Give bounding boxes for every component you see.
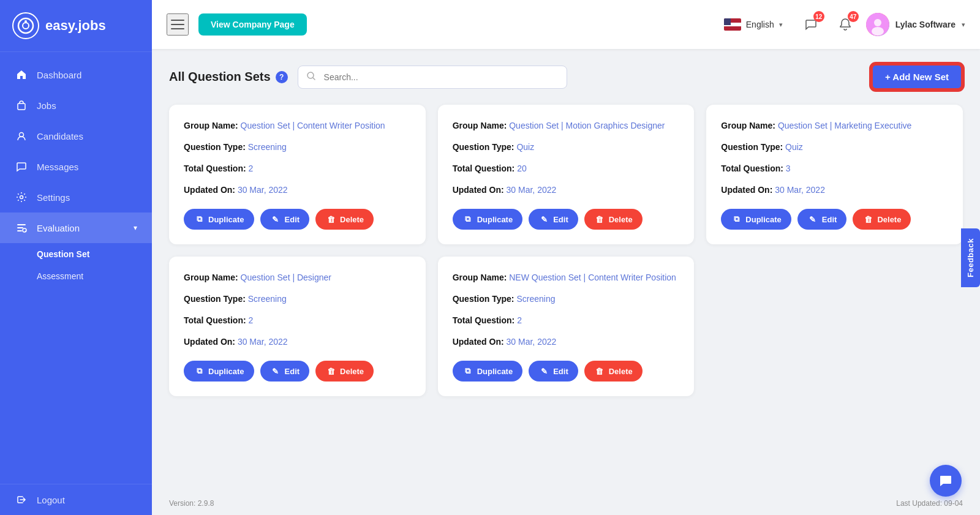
sidebar-item-dashboard[interactable]: Dashboard xyxy=(0,59,152,90)
card-4-total-question: Total Question: 2 xyxy=(184,314,411,327)
edit-icon: ✎ xyxy=(270,214,281,225)
duplicate-icon: ⧉ xyxy=(462,214,473,225)
header: View Company Page English ▾ 12 47 Lylac … xyxy=(152,0,980,49)
sidebar-item-jobs[interactable]: Jobs xyxy=(0,90,152,121)
user-profile[interactable]: Lylac Software ▾ xyxy=(866,13,965,36)
jobs-icon xyxy=(15,99,28,112)
card-2-actions: ⧉ Duplicate ✎ Edit 🗑 Delete xyxy=(453,209,680,230)
card-4-duplicate-button[interactable]: ⧉ Duplicate xyxy=(184,361,254,382)
sidebar-label-settings: Settings xyxy=(37,192,70,203)
card-1-delete-button[interactable]: 🗑 Delete xyxy=(315,209,374,230)
help-icon[interactable]: ? xyxy=(276,71,288,83)
evaluation-chevron-icon: ▾ xyxy=(134,224,137,232)
question-card-1: Group Name: Question Set | Content Write… xyxy=(169,105,426,244)
card-4-question-type: Question Type: Screening xyxy=(184,293,411,306)
sidebar-label-jobs: Jobs xyxy=(37,100,56,111)
svg-point-1 xyxy=(23,23,29,29)
header-icons: 12 47 xyxy=(800,13,856,36)
search-input[interactable] xyxy=(298,66,567,89)
page-title: All Question Sets xyxy=(169,70,271,84)
card-5-total-question: Total Question: 2 xyxy=(453,314,680,327)
card-4-delete-button[interactable]: 🗑 Delete xyxy=(315,361,374,382)
card-4-updated-on: Updated On: 30 Mar, 2022 xyxy=(184,336,411,348)
delete-icon: 🗑 xyxy=(862,214,873,225)
card-5-edit-button[interactable]: ✎ Edit xyxy=(529,361,578,382)
delete-icon: 🗑 xyxy=(594,214,605,225)
chat-icon-button[interactable]: 12 xyxy=(800,13,822,36)
logout-item[interactable]: Logout xyxy=(0,484,152,515)
sidebar-nav: Dashboard Jobs Candidates Messages Setti… xyxy=(0,52,152,484)
sidebar-item-messages[interactable]: Messages xyxy=(0,151,152,182)
chat-badge: 12 xyxy=(813,11,824,22)
edit-icon: ✎ xyxy=(270,366,281,377)
card-3-question-type: Question Type: Quiz xyxy=(721,141,948,154)
user-chevron-icon: ▾ xyxy=(962,21,965,29)
card-3-duplicate-button[interactable]: ⧉ Duplicate xyxy=(721,209,791,230)
settings-icon xyxy=(15,190,28,204)
card-5-actions: ⧉ Duplicate ✎ Edit 🗑 Delete xyxy=(453,361,680,382)
edit-icon: ✎ xyxy=(807,214,818,225)
card-2-updated-on: Updated On: 30 Mar, 2022 xyxy=(453,184,680,197)
svg-point-2 xyxy=(24,20,27,23)
chat-bubble-button[interactable] xyxy=(930,465,962,497)
add-new-set-button[interactable]: + Add New Set xyxy=(871,64,963,90)
home-icon xyxy=(15,68,28,81)
version-text: Version: 2.9.8 xyxy=(169,499,214,508)
notification-icon-button[interactable]: 47 xyxy=(834,13,856,36)
evaluation-label: Evaluation xyxy=(37,223,80,233)
card-2-group-name: Group Name: Question Set | Motion Graphi… xyxy=(453,119,680,132)
avatar xyxy=(866,13,889,36)
delete-icon: 🗑 xyxy=(594,366,605,377)
view-company-button[interactable]: View Company Page xyxy=(198,13,307,36)
question-card-2: Group Name: Question Set | Motion Graphi… xyxy=(438,105,695,244)
feedback-side-panel: Feedback xyxy=(961,228,980,287)
hamburger-line-2 xyxy=(171,24,184,25)
hamburger-line-3 xyxy=(171,28,184,29)
sidebar-item-settings[interactable]: Settings xyxy=(0,182,152,212)
card-1-duplicate-button[interactable]: ⧉ Duplicate xyxy=(184,209,254,230)
logout-label: Logout xyxy=(37,495,65,505)
content-header: All Question Sets ? + Add New Set xyxy=(169,64,963,90)
sidebar-subitem-assessment[interactable]: Assessment xyxy=(37,265,152,287)
card-5-duplicate-button[interactable]: ⧉ Duplicate xyxy=(453,361,523,382)
search-icon xyxy=(306,71,316,83)
svg-point-9 xyxy=(872,27,884,36)
card-3-delete-button[interactable]: 🗑 Delete xyxy=(853,209,911,230)
delete-icon: 🗑 xyxy=(325,366,336,377)
footer: Version: 2.9.8 Last Updated: 09-04 xyxy=(152,492,980,515)
us-flag-icon xyxy=(724,18,741,31)
sidebar-item-candidates[interactable]: Candidates xyxy=(0,121,152,151)
edit-icon: ✎ xyxy=(538,214,549,225)
language-chevron-icon: ▾ xyxy=(779,21,783,29)
card-1-edit-button[interactable]: ✎ Edit xyxy=(260,209,310,230)
question-card-5: Group Name: NEW Question Set | Content W… xyxy=(438,257,695,396)
card-2-edit-button[interactable]: ✎ Edit xyxy=(529,209,578,230)
card-5-delete-button[interactable]: 🗑 Delete xyxy=(584,361,643,382)
main-content: View Company Page English ▾ 12 47 Lylac … xyxy=(152,0,980,515)
delete-icon: 🗑 xyxy=(325,214,336,225)
duplicate-icon: ⧉ xyxy=(194,214,205,225)
duplicate-icon: ⧉ xyxy=(462,366,473,377)
user-name-label: Lylac Software xyxy=(895,20,956,29)
card-1-updated-on: Updated On: 30 Mar, 2022 xyxy=(184,184,411,197)
card-4-edit-button[interactable]: ✎ Edit xyxy=(260,361,310,382)
card-2-duplicate-button[interactable]: ⧉ Duplicate xyxy=(453,209,523,230)
duplicate-icon: ⧉ xyxy=(194,366,205,377)
svg-point-5 xyxy=(20,196,23,199)
svg-point-8 xyxy=(874,19,881,26)
language-selector[interactable]: English ▾ xyxy=(717,15,790,34)
card-5-group-name: Group Name: NEW Question Set | Content W… xyxy=(453,271,680,284)
duplicate-icon: ⧉ xyxy=(731,214,742,225)
card-3-edit-button[interactable]: ✎ Edit xyxy=(797,209,847,230)
sidebar: easy.jobs Dashboard Jobs Candidates Mess… xyxy=(0,0,152,515)
card-4-group-name: Group Name: Question Set | Designer xyxy=(184,271,411,284)
evaluation-nav-row[interactable]: Evaluation ▾ xyxy=(0,212,152,243)
feedback-button[interactable]: Feedback xyxy=(961,228,980,287)
sidebar-subitem-question-set[interactable]: Question Set xyxy=(37,243,152,265)
evaluation-subitems: Question Set Assessment xyxy=(0,243,152,287)
edit-icon: ✎ xyxy=(538,366,549,377)
hamburger-button[interactable] xyxy=(167,13,189,36)
hamburger-line-1 xyxy=(171,20,184,21)
card-5-updated-on: Updated On: 30 Mar, 2022 xyxy=(453,336,680,348)
card-2-delete-button[interactable]: 🗑 Delete xyxy=(584,209,643,230)
